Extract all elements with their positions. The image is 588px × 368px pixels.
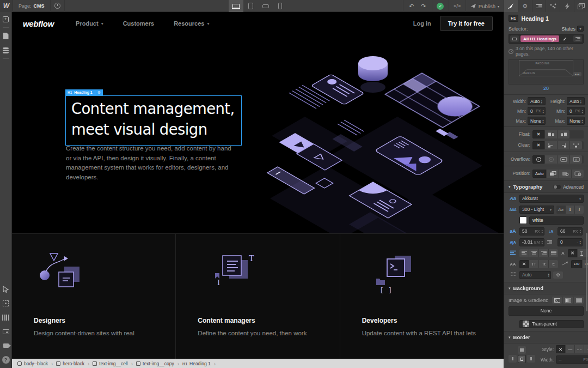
hero-paragraph[interactable]: Create the content structure you need, a… [66,144,236,182]
decoration-underline-button[interactable]: T [578,249,586,257]
clear-right-button[interactable] [558,141,569,149]
border-section-header[interactable]: ▾ Border [504,331,588,343]
clear-none-button[interactable]: ✕ [532,141,544,149]
clear-left-button[interactable] [545,141,557,149]
nav-item-customers[interactable]: Customers [123,20,154,27]
help-icon[interactable]: ? [0,353,12,367]
spacing-control[interactable]: PADDING MARGIN ••• [509,59,584,85]
tab-assets-icon[interactable] [574,0,588,12]
position-auto-button[interactable]: Auto [532,170,546,178]
nav-item-product[interactable]: Product▾ [76,20,103,27]
stepper-icon[interactable]: ▴▾ [542,119,544,123]
tab-style-brush-icon[interactable] [504,0,518,12]
panel-scrollbar[interactable] [586,233,587,311]
border-style-dashed-button[interactable]: – – [575,345,584,353]
site-logo[interactable]: webflow [23,19,54,28]
hero-heading[interactable]: Content management, meet visual design [65,95,242,146]
direction-ltr-button[interactable]: LTR [571,260,582,268]
page-settings-icon[interactable] [51,0,65,12]
page-selector[interactable]: Page: CMS [13,0,51,12]
font-weight-select[interactable]: 300 - Light▾ [519,206,554,214]
margin-bottom-value[interactable]: 20 [504,85,588,93]
crumb-hero[interactable]: hero-black [54,361,87,366]
stepper-icon[interactable]: ▴▾ [581,119,583,123]
pages-icon[interactable] [0,29,12,43]
spacing-more-icon[interactable]: ••• [573,72,581,76]
stepper-icon[interactable]: ▴▾ [542,109,544,113]
nav-item-resources[interactable]: Resources▾ [174,20,209,27]
width-input[interactable]: Auto ▴▾ [528,97,546,105]
saved-status-icon[interactable]: ✓ [434,0,446,12]
align-center-button[interactable] [529,249,538,257]
columns-gear-icon[interactable]: ⚙ [553,272,563,279]
background-section-header[interactable]: ▾ Background [504,282,588,294]
border-style-none-button[interactable]: ✕ [556,345,565,353]
border-left-button[interactable] [509,355,517,363]
login-link[interactable]: Log in [413,20,431,27]
typography-section-header[interactable]: ▾ Typography Advanced [504,180,588,193]
bg-image-none-value[interactable]: None [509,306,584,316]
crumb-copy[interactable]: text-img__copy [134,361,176,366]
overflow-auto-button[interactable]: A [570,155,582,164]
hero-illustration[interactable] [261,51,504,237]
bg-solid-button[interactable] [574,297,584,304]
font-family-select[interactable]: Akkurat▾ [519,195,584,203]
overflow-hidden-button[interactable] [545,155,557,164]
bg-color-value[interactable]: Transparent [519,320,584,328]
edit-class-brush-icon[interactable] [561,35,568,42]
align-justify-button[interactable] [549,249,558,257]
columns-input[interactable]: Auto ▴▾ [519,271,551,279]
float-none-button[interactable]: ✕ [532,130,544,138]
overflow-visible-button[interactable] [532,155,544,164]
advanced-toggle[interactable]: Advanced [553,184,584,190]
device-mobile-portrait-icon[interactable] [273,0,287,12]
align-right-button[interactable] [539,249,548,257]
border-top-button[interactable] [518,346,526,354]
undo-icon[interactable]: ↶ [406,0,418,12]
border-style-dotted-button[interactable]: ···· [584,345,588,353]
feature-developers[interactable]: [ ] Developers Update content with a RES… [340,234,504,359]
states-dropdown[interactable]: States ▾ [561,26,584,32]
tab-settings-gear-icon[interactable]: ⚙ [518,0,532,12]
tab-element-triggers-icon[interactable] [560,0,574,12]
float-left-button[interactable] [545,130,557,138]
crumb-heading[interactable]: H1 Heading 1 [180,361,213,366]
device-desktop-icon[interactable] [229,0,243,12]
border-width-input[interactable]: -- PX ▴▾ [556,355,588,364]
tab-style-manager-icon[interactable] [532,0,546,12]
border-all-button[interactable] [518,355,526,363]
code-export-icon[interactable]: </> [451,0,463,12]
letter-spacing-input[interactable]: -0.01EM ▴▾ [519,238,544,246]
border-right-button[interactable] [527,355,535,363]
class-pill[interactable]: All H1 Headings [520,35,559,42]
caps-lowercase-button[interactable]: tt [549,260,558,268]
selector-field[interactable]: All H1 Headings [509,34,584,44]
cms-collections-icon[interactable] [0,43,12,57]
device-tablet-icon[interactable] [243,0,258,12]
gear-icon[interactable]: ⚙ [95,91,101,95]
video-tutorials-icon[interactable] [0,339,12,353]
max-height-input[interactable]: None ▴▾ [567,117,585,125]
add-elements-icon[interactable]: + [0,12,12,26]
style-normal-button[interactable]: I [566,206,574,214]
position-relative-button[interactable] [547,170,559,178]
style-italic-button[interactable]: I [575,206,584,214]
try-free-button[interactable]: Try it for free [440,16,493,31]
select-tool-icon[interactable] [0,282,12,296]
stepper-icon[interactable]: ▴▾ [541,99,543,104]
stepper-icon[interactable]: ▴▾ [581,109,583,113]
stepper-icon[interactable]: ▴▾ [580,99,582,104]
caps-capitalize-button[interactable]: Tt [539,260,548,268]
redo-icon[interactable]: ↷ [418,0,430,12]
device-mobile-landscape-icon[interactable] [258,0,273,12]
min-width-input[interactable]: 0 PX ▴▾ [528,107,546,115]
font-color-swatch[interactable] [519,216,527,224]
bg-image-button[interactable] [552,297,562,304]
clear-both-button[interactable] [570,141,582,149]
style-manager-icon[interactable] [573,35,582,42]
text-indent-input[interactable]: 0- ▴▾ [558,238,583,246]
feature-content-managers[interactable]: T I Content managers Define the content … [176,234,340,359]
position-fixed-button[interactable] [572,170,584,178]
webflow-app-logo[interactable]: W [0,0,13,12]
bg-gradient-button[interactable] [563,297,573,304]
